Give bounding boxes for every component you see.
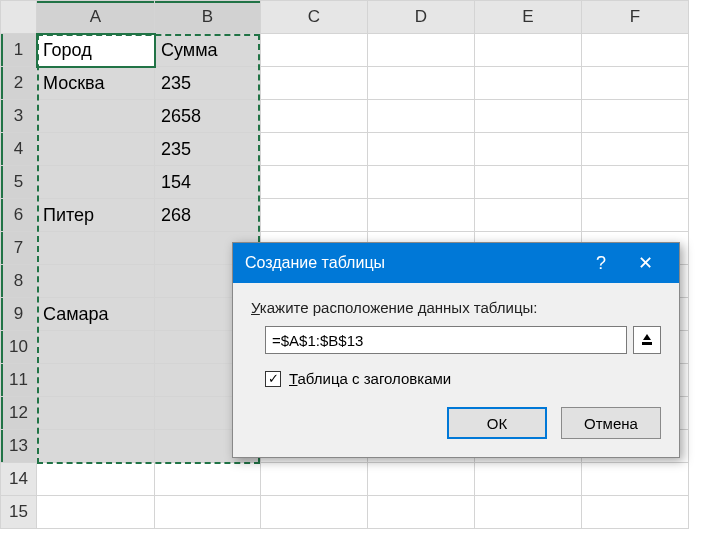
cell[interactable]: [475, 463, 582, 496]
cell-A10[interactable]: [37, 331, 155, 364]
cell[interactable]: [582, 463, 689, 496]
cell-A6[interactable]: Питер: [37, 199, 155, 232]
row-header[interactable]: 3: [1, 100, 37, 133]
close-icon[interactable]: ✕: [623, 252, 667, 274]
headers-checkbox[interactable]: ✓: [265, 371, 281, 387]
cell[interactable]: [155, 496, 261, 529]
cell[interactable]: [368, 166, 475, 199]
col-header-D[interactable]: D: [368, 1, 475, 34]
col-header-C[interactable]: C: [261, 1, 368, 34]
cell-B5[interactable]: 154: [155, 166, 261, 199]
cell-A7[interactable]: [37, 232, 155, 265]
row-header[interactable]: 8: [1, 265, 37, 298]
help-icon[interactable]: ?: [579, 253, 623, 274]
cell[interactable]: [261, 133, 368, 166]
cell[interactable]: [261, 67, 368, 100]
range-input[interactable]: [265, 326, 627, 354]
range-label: Укажите расположение данных таблицы:: [251, 299, 661, 316]
headers-checkbox-label: Таблица с заголовками: [289, 370, 451, 387]
row-header[interactable]: 11: [1, 364, 37, 397]
cell-B4[interactable]: 235: [155, 133, 261, 166]
cell[interactable]: [368, 133, 475, 166]
create-table-dialog: Создание таблицы ? ✕ Укажите расположени…: [232, 242, 680, 458]
svg-rect-0: [642, 342, 652, 345]
cell-A12[interactable]: [37, 397, 155, 430]
cell-A9[interactable]: Самара: [37, 298, 155, 331]
cell[interactable]: [368, 100, 475, 133]
cell-A8[interactable]: [37, 265, 155, 298]
cell[interactable]: [368, 463, 475, 496]
row-header[interactable]: 14: [1, 463, 37, 496]
row-header[interactable]: 4: [1, 133, 37, 166]
cell[interactable]: [475, 100, 582, 133]
select-all-corner[interactable]: [1, 1, 37, 34]
row-header[interactable]: 9: [1, 298, 37, 331]
cell[interactable]: [261, 463, 368, 496]
cancel-button[interactable]: Отмена: [561, 407, 661, 439]
cell-B1[interactable]: Сумма: [155, 34, 261, 67]
dialog-titlebar[interactable]: Создание таблицы ? ✕: [233, 243, 679, 283]
cell[interactable]: [582, 133, 689, 166]
cell[interactable]: [37, 496, 155, 529]
cell[interactable]: [475, 133, 582, 166]
cell-A11[interactable]: [37, 364, 155, 397]
ok-button[interactable]: ОК: [447, 407, 547, 439]
cell[interactable]: [475, 34, 582, 67]
cell-A2[interactable]: Москва: [37, 67, 155, 100]
cell-A1[interactable]: Город: [37, 34, 155, 67]
cell[interactable]: [368, 34, 475, 67]
cell[interactable]: [582, 199, 689, 232]
cell[interactable]: [582, 34, 689, 67]
cell[interactable]: [368, 199, 475, 232]
cell[interactable]: [155, 463, 261, 496]
cell-A5[interactable]: [37, 166, 155, 199]
cell-A13[interactable]: [37, 430, 155, 463]
cell[interactable]: [582, 100, 689, 133]
cell[interactable]: [475, 199, 582, 232]
cell-A3[interactable]: [37, 100, 155, 133]
cell[interactable]: [475, 496, 582, 529]
cell[interactable]: [582, 67, 689, 100]
row-header[interactable]: 1: [1, 34, 37, 67]
cell[interactable]: [261, 199, 368, 232]
cell-A4[interactable]: [37, 133, 155, 166]
cell[interactable]: [37, 463, 155, 496]
cell[interactable]: [582, 166, 689, 199]
cell[interactable]: [582, 496, 689, 529]
cell[interactable]: [368, 496, 475, 529]
row-header[interactable]: 13: [1, 430, 37, 463]
row-header[interactable]: 6: [1, 199, 37, 232]
collapse-dialog-icon[interactable]: [633, 326, 661, 354]
cell[interactable]: [261, 166, 368, 199]
row-header[interactable]: 2: [1, 67, 37, 100]
row-header[interactable]: 15: [1, 496, 37, 529]
row-header[interactable]: 5: [1, 166, 37, 199]
col-header-B[interactable]: B: [155, 1, 261, 34]
col-header-A[interactable]: A: [37, 1, 155, 34]
cell[interactable]: [261, 496, 368, 529]
cell-B3[interactable]: 2658: [155, 100, 261, 133]
cell[interactable]: [475, 166, 582, 199]
cell[interactable]: [368, 67, 475, 100]
row-header[interactable]: 7: [1, 232, 37, 265]
cell-B2[interactable]: 235: [155, 67, 261, 100]
dialog-title: Создание таблицы: [245, 254, 579, 272]
row-header[interactable]: 12: [1, 397, 37, 430]
cell-B6[interactable]: 268: [155, 199, 261, 232]
cell[interactable]: [261, 34, 368, 67]
cell[interactable]: [475, 67, 582, 100]
col-header-F[interactable]: F: [582, 1, 689, 34]
row-header[interactable]: 10: [1, 331, 37, 364]
cell[interactable]: [261, 100, 368, 133]
col-header-E[interactable]: E: [475, 1, 582, 34]
